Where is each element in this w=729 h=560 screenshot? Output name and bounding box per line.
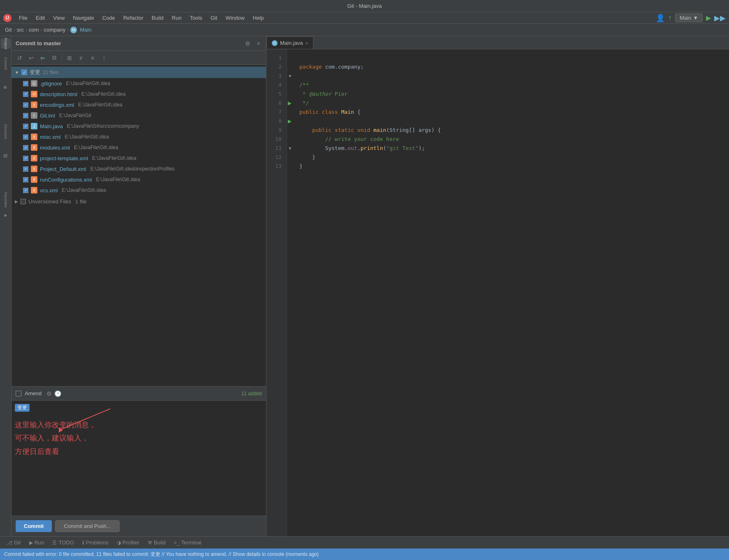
bottom-tab-todo[interactable]: ☰ TODO xyxy=(49,538,77,548)
favorites-star-icon[interactable]: ★ xyxy=(1,210,11,220)
changes-group-header[interactable]: ▼ 变更 11 files xyxy=(12,67,266,78)
file-checkbox-modules[interactable] xyxy=(23,145,28,150)
unversioned-arrow-icon: ▶ xyxy=(15,199,18,204)
file-checkbox-iml[interactable] xyxy=(23,113,28,118)
file-icon-xml2: X xyxy=(31,134,37,140)
sidebar-item-commit[interactable]: Commit xyxy=(1,58,11,68)
file-checkbox-template[interactable] xyxy=(23,156,28,161)
menu-tools[interactable]: Tools xyxy=(187,14,206,22)
breadcrumb-git[interactable]: Git xyxy=(5,27,12,33)
profiler-tab-label: Profiler xyxy=(123,539,139,546)
file-checkbox-gitignore[interactable] xyxy=(23,81,28,86)
file-item[interactable]: X modules.xml E:\JavaFile\Git\.idea xyxy=(12,142,266,153)
group-checkbox[interactable] xyxy=(21,69,27,75)
commit-message-area[interactable]: 变更 这里输入你改变的消息， 可不输入，建议输入， 方便日后查看 xyxy=(12,401,266,516)
code-content[interactable]: package com.company; /** * @author Pier … xyxy=(295,49,729,536)
commit-panel-header: Commit to master ⚙ × xyxy=(12,36,266,51)
file-path: E:\JavaFile\Git\.idea xyxy=(81,91,125,97)
menu-edit[interactable]: Edit xyxy=(32,14,48,22)
more-button[interactable]: ⋮ xyxy=(99,53,109,63)
file-list: ▼ 变更 11 files G .gitignore E:\JavaFile\G… xyxy=(12,65,266,386)
breadcrumb-com[interactable]: com xyxy=(29,27,39,33)
file-item[interactable]: H description.html E:\JavaFile\Git\.idea xyxy=(12,89,266,99)
breadcrumb-src[interactable]: src xyxy=(17,27,24,33)
bottom-tab-profiler[interactable]: ◑ Profiler xyxy=(113,538,143,548)
fold-icon-method[interactable]: ▼ xyxy=(288,146,292,151)
bottom-tab-build[interactable]: ⚒ Build xyxy=(144,538,169,548)
undo-button[interactable]: ↩ xyxy=(26,53,36,63)
menu-navigate[interactable]: Navigate xyxy=(69,14,97,22)
amend-checkbox[interactable] xyxy=(16,391,21,396)
update-icon[interactable]: ↑ xyxy=(668,14,672,22)
fold-icon-comment[interactable]: ▼ xyxy=(288,74,292,78)
run-line6-icon[interactable]: ▶ xyxy=(288,100,292,106)
menu-build[interactable]: Build xyxy=(148,14,167,22)
menu-run[interactable]: Run xyxy=(169,14,185,22)
move-button[interactable]: ⇐ xyxy=(38,53,48,63)
sidebar-item-structure[interactable]: Structure xyxy=(1,127,11,136)
list-button[interactable]: ≡ xyxy=(88,53,97,63)
sidebar-item-favorites[interactable]: Favorites xyxy=(1,195,11,205)
tab-close-button[interactable]: × xyxy=(305,41,308,46)
bottom-tab-problems[interactable]: ℹ Problems xyxy=(79,538,112,548)
change-icon[interactable]: ⊕ xyxy=(1,82,11,92)
breadcrumb-main[interactable]: Main xyxy=(80,27,91,33)
file-item[interactable]: X runConfigurations.xml E:\JavaFile\Git\… xyxy=(12,174,266,185)
file-checkbox-runconfig[interactable] xyxy=(23,177,28,182)
file-checkbox-misc[interactable] xyxy=(23,134,28,140)
file-item[interactable]: X Project_Default.xml E:\JavaFile\Git\.i… xyxy=(12,164,266,174)
menu-file[interactable]: File xyxy=(16,14,31,22)
run-arrow-button[interactable]: ▶▶ xyxy=(714,14,726,23)
file-item[interactable]: X encodings.xml E:\JavaFile\Git\.idea xyxy=(12,99,266,110)
file-path: E:\JavaFile\Git\.idea\inspectionProfiles xyxy=(90,166,175,172)
file-item[interactable]: I Git.iml E:\JavaFile\Git xyxy=(12,110,266,121)
git-tab-label: Git xyxy=(14,539,21,546)
file-item[interactable]: X project-template.xml E:\JavaFile\Git\.… xyxy=(12,153,266,164)
commit-tag: 变更 xyxy=(15,404,30,412)
bottom-tab-terminal[interactable]: >_ Terminal xyxy=(171,538,205,548)
menu-refactor[interactable]: Refactor xyxy=(120,14,147,22)
commit-button[interactable]: Commit xyxy=(16,520,52,532)
file-item[interactable]: X misc.xml E:\JavaFile\Git\.idea xyxy=(12,131,266,142)
run-line8-icon[interactable]: ▶ xyxy=(288,118,292,124)
diff-button[interactable]: ≠ xyxy=(76,53,86,63)
breadcrumb-company[interactable]: company xyxy=(44,27,66,33)
account-icon[interactable]: 👤 xyxy=(656,14,665,23)
bottom-tab-run[interactable]: ▶ Run xyxy=(26,538,48,548)
commit-settings-button[interactable]: ⚙ xyxy=(243,39,252,48)
copy-button[interactable]: ⧉ xyxy=(49,53,59,63)
file-item[interactable]: G .gitignore E:\JavaFile\Git\.idea xyxy=(12,78,266,89)
commit-close-button[interactable]: × xyxy=(255,39,262,48)
unversioned-checkbox[interactable] xyxy=(21,199,26,204)
bottom-tab-git[interactable]: ⎇ Git xyxy=(3,538,24,548)
menu-git[interactable]: Git xyxy=(207,14,221,22)
menu-window[interactable]: Window xyxy=(222,14,248,22)
sidebar-item-project[interactable]: Project xyxy=(1,39,11,48)
menu-help[interactable]: Help xyxy=(250,14,267,22)
file-icon-xml: X xyxy=(31,101,37,108)
menu-code[interactable]: Code xyxy=(99,14,118,22)
line-numbers: 1 2 3 4 5 6 7 8 9 10 11 12 13 xyxy=(266,49,287,536)
build-icon: ⚒ xyxy=(148,540,152,546)
play-button[interactable]: ▶ xyxy=(706,14,711,22)
sidebar-structure-icon[interactable]: ▤ xyxy=(1,150,11,160)
editor-tab-main-java[interactable]: C Main.java × xyxy=(266,37,313,49)
refresh-button[interactable]: ↺ xyxy=(15,53,25,63)
file-item[interactable]: J Main.java E:\JavaFile\Git\src\com\comp… xyxy=(12,121,266,131)
expand-button[interactable]: ⊞ xyxy=(65,53,74,63)
file-checkbox-main[interactable] xyxy=(23,124,28,129)
unversioned-group-header[interactable]: ▶ Unversioned Files 1 file xyxy=(12,196,266,207)
amend-history-icon[interactable]: 🕐 xyxy=(54,390,61,397)
file-checkbox-vcs[interactable] xyxy=(23,188,28,193)
commit-push-button[interactable]: Commit and Push... xyxy=(55,520,119,532)
menu-view[interactable]: View xyxy=(50,14,68,22)
file-icon-xml3: X xyxy=(31,144,37,151)
problems-icon: ℹ xyxy=(82,540,84,546)
file-checkbox-project-default[interactable] xyxy=(23,166,28,172)
run-config-button[interactable]: Main ▼ xyxy=(675,14,703,22)
file-item[interactable]: X vcs.xml E:\JavaFile\Git\.idea xyxy=(12,185,266,196)
menu-bar: IJ File Edit View Navigate Code Refactor… xyxy=(0,12,729,24)
file-checkbox-description[interactable] xyxy=(23,92,28,97)
file-checkbox-encodings[interactable] xyxy=(23,102,28,108)
amend-settings-icon[interactable]: ⚙ xyxy=(46,390,52,397)
